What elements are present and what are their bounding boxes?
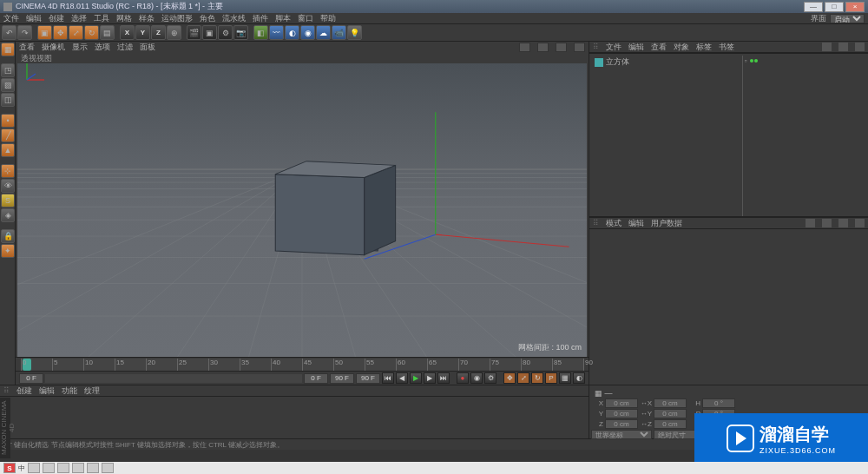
key-pla[interactable]: ▦ bbox=[559, 372, 571, 384]
coord-mode-a[interactable]: 世界坐标 bbox=[591, 430, 652, 439]
obj-menu-view[interactable]: 查看 bbox=[651, 42, 667, 53]
menu-tools[interactable]: 工具 bbox=[94, 13, 109, 24]
menu-script[interactable]: 脚本 bbox=[275, 13, 291, 24]
obj-menu-tags[interactable]: 标签 bbox=[696, 42, 712, 53]
key-rot[interactable]: ↻ bbox=[531, 372, 543, 384]
vmenu-options[interactable]: 选项 bbox=[95, 42, 110, 53]
tweak[interactable]: ✦ bbox=[1, 244, 15, 258]
goto-start[interactable]: ⏮ bbox=[382, 372, 394, 384]
add-light[interactable]: 💡 bbox=[347, 25, 362, 40]
key-param[interactable]: P bbox=[545, 372, 557, 384]
frame-range-end[interactable] bbox=[330, 373, 354, 384]
axis-y-toggle[interactable]: Y bbox=[135, 25, 150, 40]
polygon-mode[interactable]: ▲ bbox=[1, 143, 15, 157]
mat-menu-texture[interactable]: 纹理 bbox=[84, 385, 100, 397]
key-pos[interactable]: ✥ bbox=[503, 372, 516, 384]
coord-h[interactable] bbox=[702, 398, 735, 408]
menu-window[interactable]: 窗口 bbox=[298, 13, 313, 24]
add-cube[interactable]: ◧ bbox=[253, 25, 268, 40]
ime-lang[interactable]: 中 bbox=[18, 464, 25, 473]
key-options[interactable]: ⚙ bbox=[484, 372, 496, 384]
vmenu-panel[interactable]: 面板 bbox=[140, 42, 155, 53]
scale-tool[interactable]: ⤢ bbox=[69, 25, 83, 40]
workplane[interactable]: ◈ bbox=[1, 208, 15, 222]
mat-menu-func[interactable]: 功能 bbox=[62, 385, 77, 397]
viewport-solo[interactable]: 👁 bbox=[1, 179, 15, 193]
menu-mesh[interactable]: 网格 bbox=[116, 13, 132, 24]
menu-character[interactable]: 角色 bbox=[200, 13, 215, 24]
viewport-nav-1[interactable] bbox=[519, 43, 530, 52]
timeline-ruler[interactable]: 051015202530354045505560657075808590 bbox=[16, 357, 589, 371]
obj-search-icon[interactable] bbox=[822, 43, 832, 51]
menu-mograph[interactable]: 运动图形 bbox=[161, 13, 193, 24]
window-maximize-button[interactable]: □ bbox=[825, 2, 844, 12]
attr-back-icon[interactable] bbox=[806, 219, 815, 227]
texture-mode[interactable]: ▨ bbox=[1, 78, 15, 92]
vmenu-view[interactable]: 查看 bbox=[19, 42, 35, 53]
select-tool[interactable]: ▣ bbox=[37, 25, 52, 40]
viewport-3d[interactable]: 网格间距 : 100 cm bbox=[17, 63, 587, 357]
point-mode[interactable]: • bbox=[1, 114, 15, 128]
mat-menu-edit[interactable]: 编辑 bbox=[39, 385, 55, 397]
mat-menu-create[interactable]: 创建 bbox=[16, 385, 32, 397]
last-tool[interactable]: ▤ bbox=[100, 25, 115, 40]
render-view[interactable]: 🎬 bbox=[187, 25, 201, 40]
viewport-nav-3[interactable] bbox=[556, 43, 567, 52]
snap-toggle[interactable]: S bbox=[1, 194, 15, 207]
render-region[interactable]: ▣ bbox=[202, 25, 217, 40]
coord-x-pos[interactable] bbox=[605, 398, 638, 408]
goto-end[interactable]: ⏭ bbox=[437, 372, 450, 384]
obj-menu-objects[interactable]: 对象 bbox=[674, 42, 689, 53]
add-deformer[interactable]: ◉ bbox=[300, 25, 315, 40]
attr-menu-edit[interactable]: 编辑 bbox=[628, 218, 644, 229]
record-key[interactable]: ● bbox=[457, 372, 469, 384]
attr-up-icon[interactable] bbox=[822, 219, 832, 227]
step-back[interactable]: ◀ bbox=[396, 372, 408, 384]
taskbar-app-5[interactable] bbox=[87, 463, 99, 473]
autokey[interactable]: ◉ bbox=[470, 372, 483, 384]
ime-icon[interactable]: S bbox=[3, 463, 16, 473]
window-close-button[interactable]: × bbox=[845, 2, 865, 12]
coord-y-pos[interactable] bbox=[605, 409, 638, 418]
attr-menu-userdata[interactable]: 用户数据 bbox=[651, 218, 682, 229]
menu-help[interactable]: 帮助 bbox=[320, 13, 336, 24]
obj-menu-edit[interactable]: 编辑 bbox=[628, 42, 644, 53]
render-picture-viewer[interactable]: 📷 bbox=[233, 25, 248, 40]
add-generator[interactable]: ◐ bbox=[285, 25, 299, 40]
edge-mode[interactable]: ╱ bbox=[1, 128, 15, 142]
locked[interactable]: 🔒 bbox=[1, 229, 15, 243]
viewport-nav-4[interactable] bbox=[574, 43, 585, 52]
coord-z-size[interactable] bbox=[654, 419, 687, 429]
frame-total[interactable] bbox=[356, 373, 380, 384]
obj-menu-bookmarks[interactable]: 书签 bbox=[719, 42, 734, 53]
key-sel[interactable]: ◐ bbox=[573, 372, 585, 384]
vmenu-display[interactable]: 显示 bbox=[72, 42, 88, 53]
render-settings[interactable]: ⚙ bbox=[218, 25, 233, 40]
menu-select[interactable]: 选择 bbox=[71, 13, 87, 24]
key-scale[interactable]: ⤢ bbox=[517, 372, 529, 384]
taskbar-app-4[interactable] bbox=[72, 463, 84, 473]
obj-menu-file[interactable]: 文件 bbox=[606, 42, 621, 53]
attr-menu-mode[interactable]: 模式 bbox=[606, 218, 621, 229]
add-camera[interactable]: 📹 bbox=[332, 25, 346, 40]
menu-spline[interactable]: 样条 bbox=[139, 13, 155, 24]
menu-edit[interactable]: 编辑 bbox=[26, 13, 42, 24]
obj-eye-icon[interactable] bbox=[838, 43, 848, 51]
coord-x-size[interactable] bbox=[654, 398, 687, 408]
make-editable[interactable]: ▦ bbox=[1, 43, 15, 56]
play-button[interactable]: ▶ bbox=[410, 372, 422, 384]
move-tool[interactable]: ✥ bbox=[53, 25, 68, 40]
axis-x-toggle[interactable]: X bbox=[120, 25, 135, 40]
menu-create[interactable]: 创建 bbox=[49, 13, 64, 24]
menu-plugins[interactable]: 插件 bbox=[253, 13, 268, 24]
vmenu-camera[interactable]: 摄像机 bbox=[42, 42, 65, 53]
layout-select[interactable]: 启动 bbox=[830, 14, 865, 23]
coord-y-size[interactable] bbox=[654, 409, 687, 418]
taskbar-app-1[interactable] bbox=[28, 463, 40, 473]
add-environment[interactable]: ☁ bbox=[316, 25, 331, 40]
timeline-range-bar[interactable] bbox=[45, 374, 302, 383]
viewport-nav-2[interactable] bbox=[537, 43, 549, 52]
tree-item-cube[interactable]: 立方体 bbox=[593, 56, 742, 69]
frame-current[interactable] bbox=[19, 373, 43, 384]
axis-z-toggle[interactable]: Z bbox=[151, 25, 166, 40]
